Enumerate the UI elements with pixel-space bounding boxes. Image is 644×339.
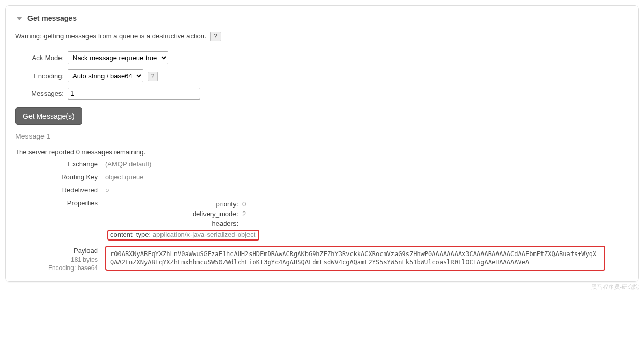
- chevron-down-icon: [16, 17, 22, 20]
- ack-mode-select[interactable]: Nack message requeue true: [68, 51, 168, 64]
- properties-value: priority: 0 delivery_mode: 2 headers: co…: [105, 198, 629, 242]
- remaining-text: The server reported 0 messages remaining…: [15, 148, 629, 156]
- help-icon[interactable]: ?: [148, 72, 158, 81]
- delivery-mode-key: delivery_mode:: [105, 209, 240, 219]
- routing-key-value: object.queue: [105, 172, 629, 181]
- payload-encoding: Encoding: base64: [15, 264, 98, 272]
- messages-input[interactable]: [68, 88, 200, 100]
- warning-row: Warning: getting messages from a queue i…: [15, 32, 629, 41]
- redelivered-value: ○: [105, 185, 629, 194]
- content-type-key: content_type:: [110, 231, 151, 238]
- get-messages-button[interactable]: Get Message(s): [15, 107, 82, 125]
- payload-value: rO0ABXNyABFqYXZhLnV0aWwuSGFzaE1hcAUH2sHD…: [105, 246, 605, 271]
- delivery-mode-value: 2: [240, 209, 261, 219]
- properties-label: Properties: [15, 198, 98, 207]
- messages-label: Messages:: [15, 85, 66, 102]
- message-details: Exchange (AMQP default) Routing Key obje…: [15, 159, 629, 272]
- warning-text: Warning: getting messages from a queue i…: [15, 32, 206, 40]
- exchange-label: Exchange: [15, 159, 98, 168]
- encoding-select[interactable]: Auto string / base64: [68, 69, 143, 82]
- properties-table: priority: 0 delivery_mode: 2 headers: co…: [105, 199, 261, 242]
- help-icon[interactable]: ?: [210, 32, 221, 41]
- exchange-value: (AMQP default): [105, 159, 629, 168]
- content-type-value: application/x-java-serialized-object: [153, 231, 256, 238]
- section-title: Get messages: [27, 14, 77, 22]
- headers-key: headers:: [105, 219, 240, 229]
- priority-key: priority:: [105, 199, 240, 209]
- encoding-label: Encoding:: [15, 67, 66, 85]
- routing-key-label: Routing Key: [15, 172, 98, 181]
- watermark: 黑马程序员-研究院: [5, 283, 639, 291]
- redelivered-label: Redelivered: [15, 185, 98, 194]
- headers-value: [240, 219, 261, 229]
- message-header: Message 1: [15, 132, 629, 144]
- ack-mode-label: Ack Mode:: [15, 49, 66, 67]
- payload-meta: Payload 181 bytes Encoding: base64: [15, 246, 98, 272]
- payload-bytes: 181 bytes: [15, 256, 98, 264]
- priority-value: 0: [240, 199, 261, 209]
- section-header[interactable]: Get messages: [15, 13, 629, 32]
- payload-label: Payload: [15, 246, 98, 256]
- content-type-highlight: content_type: application/x-java-seriali…: [107, 230, 259, 241]
- get-messages-panel: Get messages Warning: getting messages f…: [5, 5, 639, 282]
- form: Ack Mode: Nack message requeue true Enco…: [15, 49, 202, 102]
